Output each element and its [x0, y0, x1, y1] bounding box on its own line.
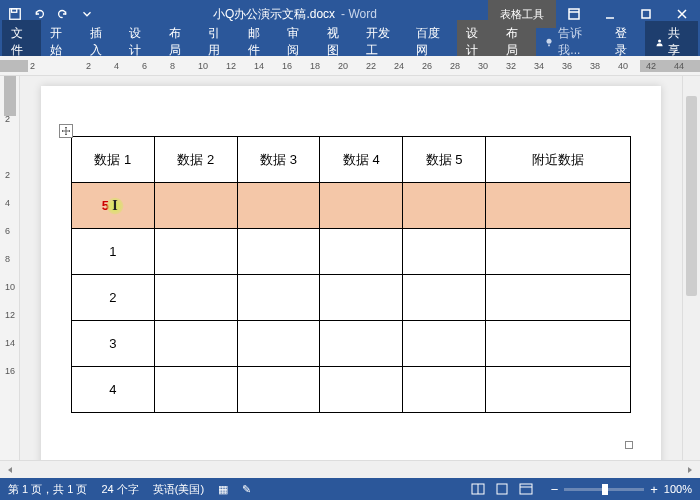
person-icon [655, 37, 664, 48]
table-cell[interactable] [237, 321, 320, 367]
table-cell[interactable] [154, 229, 237, 275]
page[interactable]: 数据 1 数据 2 数据 3 数据 4 数据 5 附近数据 5 [41, 86, 661, 460]
table-cell[interactable]: 4 [72, 367, 155, 413]
svg-rect-1 [12, 9, 17, 13]
header-cell[interactable]: 数据 2 [154, 137, 237, 183]
lightbulb-icon [544, 36, 554, 48]
svg-rect-3 [642, 10, 650, 18]
web-layout-button[interactable] [515, 480, 537, 498]
table-row: 4 [72, 367, 631, 413]
edit-cell[interactable]: 5 [72, 183, 155, 229]
vertical-scrollbar[interactable] [682, 76, 700, 460]
zoom-control: − + 100% [551, 482, 692, 497]
table-cell[interactable] [486, 229, 631, 275]
svg-rect-2 [569, 9, 579, 19]
ribbon-options-button[interactable] [556, 0, 592, 28]
language-status[interactable]: 英语(美国) [153, 482, 204, 497]
ibeam-cursor-icon [106, 197, 124, 215]
table-cell[interactable] [403, 275, 486, 321]
table-cell[interactable]: 2 [72, 275, 155, 321]
header-cell[interactable]: 数据 1 [72, 137, 155, 183]
table-resize-handle[interactable] [625, 441, 633, 449]
scroll-left-arrow[interactable] [2, 462, 18, 478]
track-changes-icon[interactable]: ✎ [242, 483, 251, 496]
login-link[interactable]: 登录 [605, 25, 645, 59]
table-cell[interactable]: 3 [72, 321, 155, 367]
table-cell[interactable] [403, 229, 486, 275]
print-layout-button[interactable] [491, 480, 513, 498]
word-count[interactable]: 24 个字 [101, 482, 138, 497]
table-cell[interactable] [486, 275, 631, 321]
svg-rect-7 [497, 484, 507, 494]
table-cell[interactable] [403, 183, 486, 229]
page-count[interactable]: 第 1 页，共 1 页 [8, 482, 87, 497]
table-cell[interactable] [237, 229, 320, 275]
zoom-slider-thumb[interactable] [602, 484, 608, 495]
table-cell[interactable] [403, 367, 486, 413]
document-viewport: 数据 1 数据 2 数据 3 数据 4 数据 5 附近数据 5 [20, 76, 682, 460]
table-header-row: 数据 1 数据 2 数据 3 数据 4 数据 5 附近数据 [72, 137, 631, 183]
scroll-right-arrow[interactable] [682, 462, 698, 478]
table-cell[interactable]: 1 [72, 229, 155, 275]
table-cell[interactable] [320, 275, 403, 321]
table-cell[interactable] [320, 321, 403, 367]
data-table[interactable]: 数据 1 数据 2 数据 3 数据 4 数据 5 附近数据 5 [71, 136, 631, 413]
zoom-slider[interactable] [564, 488, 644, 491]
table-cell[interactable] [320, 367, 403, 413]
svg-point-4 [547, 39, 552, 44]
table-cell[interactable] [154, 367, 237, 413]
table-cell[interactable] [486, 367, 631, 413]
table-cell[interactable] [403, 321, 486, 367]
table-row: 3 [72, 321, 631, 367]
macro-icon[interactable]: ▦ [218, 483, 228, 496]
zoom-out-button[interactable]: − [551, 482, 559, 497]
table-move-handle[interactable] [59, 124, 73, 138]
horizontal-scrollbar[interactable] [0, 460, 700, 478]
table-cell[interactable] [154, 275, 237, 321]
tell-me-search[interactable]: 告诉我... [536, 25, 604, 59]
view-mode-buttons [467, 480, 537, 498]
table-cell[interactable] [237, 275, 320, 321]
header-cell[interactable]: 数据 3 [237, 137, 320, 183]
table-cell[interactable] [154, 183, 237, 229]
table-cell[interactable] [237, 367, 320, 413]
header-cell[interactable]: 附近数据 [486, 137, 631, 183]
text-cursor: 5 [102, 197, 124, 215]
scrollbar-thumb[interactable] [686, 96, 697, 296]
zoom-value[interactable]: 100% [664, 483, 692, 495]
read-mode-button[interactable] [467, 480, 489, 498]
table-cell[interactable] [486, 321, 631, 367]
header-cell[interactable]: 数据 4 [320, 137, 403, 183]
header-cell[interactable]: 数据 5 [403, 137, 486, 183]
horizontal-ruler[interactable]: 2246810121416182022242628303234363840424… [0, 56, 700, 76]
table-row: 1 [72, 229, 631, 275]
svg-point-5 [658, 39, 661, 42]
table-cell[interactable] [320, 229, 403, 275]
table-cell[interactable] [237, 183, 320, 229]
minimize-button[interactable] [592, 0, 628, 28]
zoom-in-button[interactable]: + [650, 482, 658, 497]
table-cell[interactable] [154, 321, 237, 367]
svg-rect-8 [520, 484, 532, 494]
vertical-ruler[interactable]: 2246810121416 [0, 76, 20, 460]
table-cell[interactable] [486, 183, 631, 229]
table-cell[interactable] [320, 183, 403, 229]
table-row-highlighted: 5 [72, 183, 631, 229]
ribbon-tabs: 文件 开始 插入 设计 布局 引用 邮件 审阅 视图 开发工 百度网 设计 布局… [0, 28, 700, 56]
app-name: - Word [341, 7, 377, 21]
status-bar: 第 1 页，共 1 页 24 个字 英语(美国) ▦ ✎ − + 100% [0, 478, 700, 500]
table-row: 2 [72, 275, 631, 321]
